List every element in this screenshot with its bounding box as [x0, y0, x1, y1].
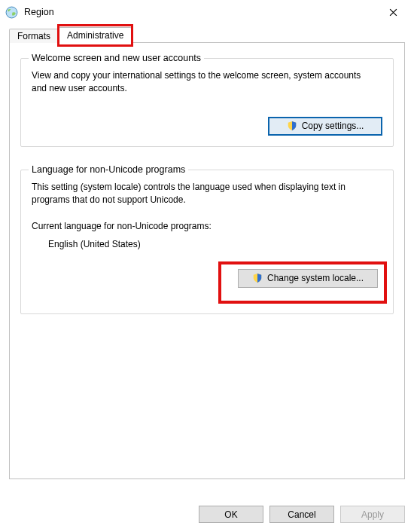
tab-strip: Formats Administrative [9, 27, 405, 43]
cancel-label: Cancel [288, 509, 315, 520]
dialog-footer: OK Cancel Apply [199, 506, 405, 523]
shield-icon [287, 121, 297, 131]
content-area: Formats Administrative Welcome screen an… [0, 24, 414, 532]
copy-settings-label: Copy settings... [302, 121, 364, 131]
copy-settings-button[interactable]: Copy settings... [268, 117, 382, 136]
tab-panel: Welcome screen and new user accounts Vie… [9, 42, 405, 479]
change-system-locale-button[interactable]: Change system locale... [238, 269, 378, 288]
nonunicode-desc: This setting (system locale) controls th… [32, 181, 378, 207]
shield-icon [252, 273, 263, 283]
titlebar: Region [0, 0, 414, 24]
change-system-locale-label: Change system locale... [267, 273, 364, 283]
ok-button[interactable]: OK [199, 506, 263, 523]
close-button[interactable] [376, 0, 409, 24]
group-welcome-screen: Welcome screen and new user accounts Vie… [20, 58, 394, 147]
group-nonunicode-title: Language for non-Unicode programs [29, 164, 188, 175]
welcome-desc: View and copy your international setting… [32, 69, 378, 96]
tab-administrative[interactable]: Administrative [59, 27, 132, 44]
current-language-value: English (United States) [32, 239, 382, 249]
globe-icon [5, 5, 18, 19]
apply-button: Apply [340, 506, 405, 523]
region-dialog: Region Formats Administrative Welcome sc… [0, 0, 414, 532]
tab-formats-label: Formats [17, 31, 50, 41]
window-title: Region [24, 7, 376, 17]
tab-formats[interactable]: Formats [9, 29, 59, 43]
tab-administrative-label: Administrative [67, 30, 123, 41]
group-welcome-title: Welcome screen and new user accounts [29, 53, 204, 63]
current-language-label: Current language for non-Unicode program… [32, 221, 382, 231]
apply-label: Apply [361, 509, 384, 520]
svg-point-0 [6, 7, 17, 18]
cancel-button[interactable]: Cancel [269, 506, 334, 523]
ok-label: OK [224, 509, 237, 520]
group-nonunicode: Language for non-Unicode programs This s… [20, 170, 394, 314]
